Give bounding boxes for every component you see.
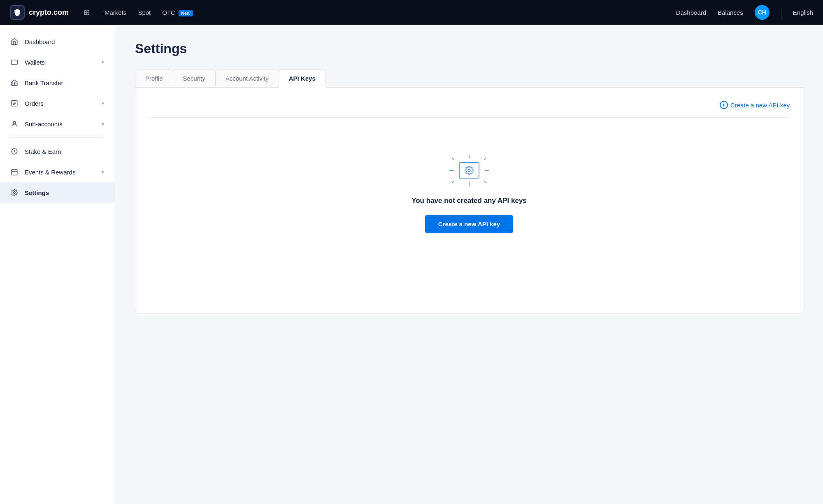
logo-text: crypto.com xyxy=(29,8,69,17)
nav-markets[interactable]: Markets xyxy=(105,9,126,16)
sidebar-item-dashboard[interactable]: Dashboard xyxy=(0,31,115,52)
ray-bottom xyxy=(469,182,470,186)
sidebar-label-stake-earn: Stake & Earn xyxy=(25,148,61,155)
nav-dashboard[interactable]: Dashboard xyxy=(676,9,706,16)
tab-profile[interactable]: Profile xyxy=(135,70,173,87)
sidebar-item-bank-transfer[interactable]: Bank Transfer xyxy=(0,72,115,93)
sidebar-label-dashboard: Dashboard xyxy=(25,38,55,45)
sidebar-label-orders: Orders xyxy=(25,100,44,107)
api-gear-icon xyxy=(465,166,474,175)
sidebar-item-stake-earn[interactable]: Stake & Earn xyxy=(0,141,115,162)
card-divider xyxy=(149,117,790,118)
api-box xyxy=(459,162,479,179)
create-api-link-label-top: Create a new API key xyxy=(730,102,790,109)
logo-icon xyxy=(10,5,25,20)
sidebar-item-wallets[interactable]: Wallets ▼ xyxy=(0,52,115,72)
ray-tr xyxy=(484,157,486,160)
sidebar-divider xyxy=(10,137,105,138)
ray-br xyxy=(484,180,486,183)
main-content: Settings Profile Security Account Activi… xyxy=(115,25,823,504)
ray-right xyxy=(485,170,489,171)
top-navigation: crypto.com ⊞ Markets Spot OTC New Dashbo… xyxy=(0,0,823,25)
tab-security[interactable]: Security xyxy=(173,70,216,87)
page-title: Settings xyxy=(135,41,803,56)
sidebar-label-sub-accounts: Sub-accounts xyxy=(25,121,63,128)
new-badge: New xyxy=(179,10,193,16)
ray-bl xyxy=(451,180,454,183)
ray-tl xyxy=(451,157,454,160)
svg-point-9 xyxy=(13,121,16,124)
sidebar-item-settings[interactable]: Settings xyxy=(0,182,115,203)
sidebar-item-events-rewards[interactable]: Events & Rewards ▼ xyxy=(0,162,115,182)
svg-point-16 xyxy=(468,169,470,172)
nav-links: Markets Spot OTC New xyxy=(105,9,663,16)
tab-account-activity[interactable]: Account Activity xyxy=(215,70,279,87)
sub-accounts-chevron: ▼ xyxy=(101,122,105,126)
logo[interactable]: crypto.com xyxy=(10,5,69,20)
settings-icon xyxy=(10,188,19,197)
sidebar-label-settings: Settings xyxy=(25,189,49,196)
events-chevron: ▼ xyxy=(101,170,105,174)
orders-chevron: ▼ xyxy=(101,101,105,106)
settings-tabs: Profile Security Account Activity API Ke… xyxy=(135,70,803,88)
orders-icon xyxy=(10,99,19,108)
ray-top xyxy=(469,155,470,159)
home-icon xyxy=(10,37,19,46)
create-api-button[interactable]: Create a new API key xyxy=(425,215,513,233)
create-api-link-top[interactable]: + Create a new API key xyxy=(720,101,790,109)
bank-icon xyxy=(10,78,19,87)
topnav-right: Dashboard Balances CH English xyxy=(676,5,813,20)
wallets-chevron: ▼ xyxy=(101,60,105,65)
svg-rect-0 xyxy=(12,60,18,65)
user-avatar[interactable]: CH xyxy=(755,5,770,20)
svg-point-15 xyxy=(14,192,16,194)
api-keys-content: + Create a new API key xyxy=(135,88,803,314)
empty-state: You have not created any API keys Create… xyxy=(149,137,790,250)
wallet-icon xyxy=(10,58,19,67)
main-layout: Dashboard Wallets ▼ Bank Transfer xyxy=(0,25,823,504)
stake-icon xyxy=(10,147,19,156)
ray-left xyxy=(449,170,453,171)
language-selector[interactable]: English xyxy=(793,9,813,16)
tab-api-keys[interactable]: API Keys xyxy=(279,70,326,88)
plus-circle-icon: + xyxy=(720,101,728,109)
sidebar-label-wallets: Wallets xyxy=(25,59,45,66)
grid-icon[interactable]: ⊞ xyxy=(82,6,91,19)
nav-otc[interactable]: OTC New xyxy=(162,9,193,16)
sidebar-item-orders[interactable]: Orders ▼ xyxy=(0,93,115,114)
events-icon xyxy=(10,167,19,177)
sidebar-item-sub-accounts[interactable]: Sub-accounts ▼ xyxy=(0,114,115,134)
sub-accounts-icon xyxy=(10,119,19,128)
nav-spot[interactable]: Spot xyxy=(138,9,151,16)
nav-divider xyxy=(781,7,781,18)
api-illustration xyxy=(449,154,490,187)
sidebar-label-events-rewards: Events & Rewards xyxy=(25,169,75,176)
empty-state-text: You have not created any API keys xyxy=(412,197,527,205)
svg-rect-11 xyxy=(12,170,17,175)
card-top-action: + Create a new API key xyxy=(149,101,790,109)
sidebar-label-bank-transfer: Bank Transfer xyxy=(25,79,63,86)
nav-balances[interactable]: Balances xyxy=(718,9,743,16)
sidebar: Dashboard Wallets ▼ Bank Transfer xyxy=(0,25,115,504)
